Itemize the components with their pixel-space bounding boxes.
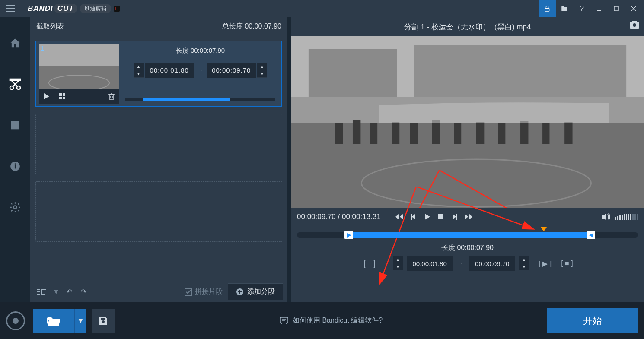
svg-rect-50	[414, 45, 626, 97]
minimize-button[interactable]	[590, 0, 608, 17]
clip-thumbnail: 1	[39, 44, 119, 89]
end-time-input[interactable]: 00:00:09.70	[207, 63, 256, 78]
record-button[interactable]	[6, 311, 25, 330]
menu-button[interactable]	[2, 0, 19, 17]
app-brand: BANDICUT 班迪剪辑 L	[28, 4, 120, 13]
volume-slider[interactable]	[615, 214, 638, 220]
list-delete-button[interactable]	[35, 286, 48, 298]
seek-bar[interactable]: ▶ ◀	[297, 232, 638, 238]
redo-button[interactable]: ↷	[79, 286, 88, 298]
svg-rect-18	[15, 165, 16, 169]
svg-rect-29	[63, 97, 65, 99]
svg-rect-9	[10, 79, 21, 81]
folder-button[interactable]	[556, 0, 573, 17]
clip-grid-button[interactable]	[54, 89, 70, 104]
svg-rect-55	[410, 123, 418, 144]
video-preview[interactable]	[291, 36, 644, 208]
play-selection-button[interactable]: [ ▶ ]	[539, 260, 552, 268]
svg-rect-13	[10, 127, 11, 129]
merge-checkbox[interactable]: 拼接片段	[185, 287, 223, 296]
start-down-button[interactable]: ▼	[134, 70, 144, 78]
svg-rect-47	[291, 123, 644, 208]
undo-button[interactable]: ↷	[65, 286, 74, 298]
svg-rect-11	[10, 121, 11, 123]
preview-end-down[interactable]: ▼	[519, 263, 529, 271]
step-forward-button[interactable]	[451, 214, 457, 220]
screenshot-button[interactable]	[629, 20, 640, 29]
svg-rect-58	[476, 122, 484, 144]
start-up-button[interactable]: ▲	[134, 63, 144, 70]
svg-rect-81	[280, 317, 288, 323]
start-time-input[interactable]: 00:00:01.80	[145, 63, 194, 78]
maximize-button[interactable]	[608, 0, 625, 17]
end-down-button[interactable]: ▼	[257, 70, 267, 78]
home-icon[interactable]	[6, 35, 24, 52]
open-file-button[interactable]: ▼	[33, 309, 86, 333]
close-button[interactable]	[625, 0, 642, 17]
clip-range-bar[interactable]	[125, 98, 275, 101]
svg-rect-52	[353, 120, 360, 144]
clip-delete-button[interactable]	[104, 89, 119, 104]
svg-rect-28	[59, 97, 62, 99]
info-icon[interactable]	[6, 158, 24, 175]
help-link[interactable]: 如何使用 Bandicut 编辑软件?	[280, 316, 383, 325]
play-button[interactable]	[425, 214, 430, 220]
empty-clip-slot[interactable]	[35, 181, 282, 242]
selection-length: 长度 00:00:07.90	[291, 240, 644, 256]
end-up-button[interactable]: ▲	[257, 63, 267, 70]
svg-marker-77	[602, 213, 606, 221]
svg-point-45	[633, 23, 636, 27]
bottom-bar: ▼ 如何使用 Bandicut 编辑软件? 开始	[0, 302, 644, 339]
svg-rect-38	[42, 290, 45, 294]
svg-rect-59	[498, 123, 505, 144]
preview-panel: 分割 1 - 校运会（无水印）（黑白).mp4	[291, 17, 644, 302]
svg-rect-51	[335, 123, 343, 144]
start-button[interactable]: 开始	[547, 308, 638, 333]
svg-rect-60	[520, 121, 528, 144]
playback-time: 00:00:09.70 / 00:00:13.31	[297, 212, 381, 221]
svg-rect-22	[39, 44, 119, 66]
add-segment-button[interactable]: 添加分段	[228, 283, 283, 300]
svg-rect-26	[59, 93, 62, 96]
svg-rect-49	[309, 49, 397, 97]
set-end-button[interactable]: ]	[371, 259, 377, 269]
svg-marker-73	[453, 214, 456, 220]
help-button[interactable]: ?	[573, 0, 590, 17]
stop-button[interactable]	[438, 214, 443, 220]
seek-cursor[interactable]	[541, 227, 547, 232]
preview-start-input[interactable]: 00:00:01.80	[407, 256, 453, 271]
empty-clip-slot[interactable]	[35, 114, 282, 174]
seek-end-handle[interactable]: ◀	[587, 231, 595, 239]
preview-start-up[interactable]: ▲	[393, 256, 403, 263]
svg-marker-69	[412, 214, 415, 220]
prev-frame-button[interactable]	[395, 214, 403, 220]
settings-icon[interactable]	[6, 199, 24, 216]
volume-icon[interactable]	[602, 213, 611, 221]
clip-item[interactable]: 1 长度 00:00:07.90 ▲▼ 00:00:01.80 ~	[35, 41, 282, 107]
svg-rect-15	[19, 124, 20, 126]
clip-play-button[interactable]	[39, 89, 54, 104]
film-icon[interactable]	[6, 117, 24, 134]
clip-list-title: 截取列表	[36, 22, 64, 31]
title-bar: BANDICUT 班迪剪辑 L ?	[0, 0, 644, 17]
mark-selection-button[interactable]: [ ■ ]	[561, 260, 573, 267]
svg-marker-68	[400, 214, 403, 220]
cut-icon[interactable]	[6, 76, 24, 93]
step-back-button[interactable]	[411, 214, 417, 220]
svg-rect-54	[392, 122, 399, 144]
lock-button[interactable]	[539, 0, 556, 17]
set-start-button[interactable]: [	[362, 259, 368, 269]
save-button[interactable]	[92, 309, 115, 333]
seek-start-handle[interactable]: ▶	[344, 231, 353, 239]
svg-point-20	[14, 206, 17, 209]
open-dropdown[interactable]: ▼	[74, 309, 86, 333]
preview-end-input[interactable]: 00:00:09.70	[469, 256, 515, 271]
svg-rect-72	[438, 214, 443, 219]
svg-rect-0	[545, 8, 549, 11]
svg-rect-12	[10, 124, 11, 126]
svg-rect-74	[456, 214, 457, 220]
preview-end-up[interactable]: ▲	[519, 256, 529, 263]
next-frame-button[interactable]	[465, 214, 472, 220]
svg-point-19	[15, 163, 16, 165]
preview-start-down[interactable]: ▼	[393, 263, 403, 271]
